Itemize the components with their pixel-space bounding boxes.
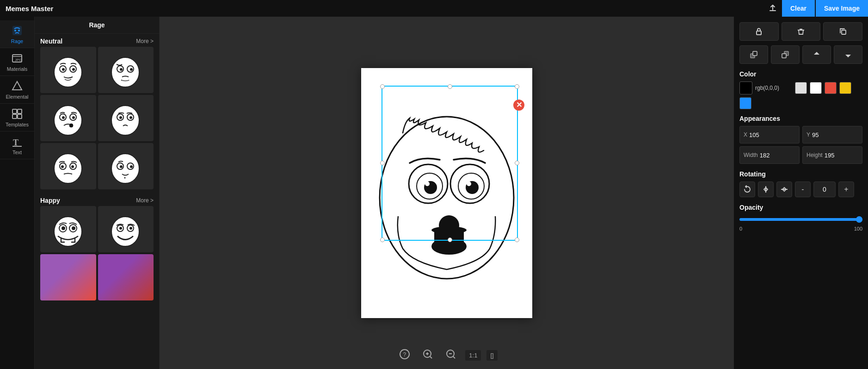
flip-vertical-button[interactable]	[776, 181, 792, 197]
svg-text:?: ?	[403, 351, 406, 358]
svg-point-14	[62, 68, 65, 71]
canvas-area: ✕ ?	[160, 17, 734, 369]
zoom-in-button[interactable]	[419, 347, 437, 363]
y-input[interactable]	[812, 131, 840, 138]
lock-button[interactable]	[739, 22, 779, 41]
sidebar-label-materials: Materials	[7, 66, 28, 72]
main-layout: Rage JPG Materials Elemental	[0, 17, 868, 369]
sticker-happy-4[interactable]	[98, 254, 154, 300]
rp-toolbar-2	[739, 45, 862, 64]
sidebar-item-elemental[interactable]: Elemental	[0, 76, 34, 104]
svg-rect-5	[12, 109, 17, 113]
sticker-neutral-3[interactable]	[40, 95, 96, 141]
swatch-light[interactable]	[810, 82, 822, 94]
sticker-happy-3[interactable]	[40, 254, 96, 300]
svg-rect-77	[842, 30, 846, 34]
svg-point-43	[54, 217, 82, 246]
zoom-level-label: 1:1	[465, 350, 481, 361]
swatch-white[interactable]	[795, 82, 807, 94]
svg-point-66	[439, 215, 459, 236]
happy-sticker-grid	[35, 206, 159, 304]
neutral-more-link[interactable]: More >	[136, 38, 154, 44]
copy-button[interactable]	[823, 22, 862, 41]
x-label: X	[744, 131, 747, 138]
move-up-button[interactable]	[802, 45, 831, 64]
swatch-red[interactable]	[825, 82, 837, 94]
x-field: X	[739, 126, 800, 144]
text-icon: T	[11, 135, 24, 148]
width-input[interactable]	[760, 152, 788, 159]
left-sidebar: Rage JPG Materials Elemental	[0, 17, 35, 369]
move-down-button[interactable]	[834, 45, 862, 64]
svg-point-15	[72, 68, 75, 71]
bring-to-front-button[interactable]	[739, 45, 768, 64]
fit-button[interactable]: []	[486, 350, 497, 361]
svg-rect-76	[757, 31, 761, 35]
sticker-neutral-1[interactable]	[40, 47, 96, 93]
rp-toolbar-1	[739, 22, 862, 41]
top-bar-actions: Clear Save Image	[763, 0, 868, 17]
sticker-happy-2[interactable]	[98, 206, 154, 252]
svg-point-41	[130, 165, 133, 168]
happy-more-link[interactable]: More >	[136, 197, 154, 204]
svg-point-51	[119, 227, 122, 230]
height-field: Height	[802, 146, 862, 164]
color-row: rgb(0,0,0)	[739, 81, 862, 109]
sidebar-label-elemental: Elemental	[6, 94, 29, 100]
svg-point-30	[119, 116, 122, 119]
height-input[interactable]	[825, 152, 852, 159]
svg-point-16	[111, 57, 139, 87]
svg-point-32	[54, 154, 82, 183]
sticker-neutral-5[interactable]	[40, 143, 96, 189]
svg-point-52	[129, 227, 132, 230]
help-button[interactable]: ?	[396, 347, 413, 363]
opacity-min-label: 0	[739, 226, 742, 231]
upload-button[interactable]	[763, 0, 782, 17]
swatch-yellow[interactable]	[839, 82, 851, 94]
sidebar-item-materials[interactable]: JPG Materials	[0, 48, 34, 76]
opacity-range-row: 0 100	[739, 226, 862, 231]
opacity-slider[interactable]	[739, 218, 862, 221]
zoom-out-button[interactable]	[442, 347, 460, 363]
svg-line-72	[430, 356, 432, 358]
svg-rect-8	[18, 114, 22, 119]
x-input[interactable]	[749, 131, 777, 138]
svg-point-36	[71, 165, 74, 168]
sticker-neutral-4[interactable]	[98, 95, 154, 141]
svg-rect-7	[12, 114, 17, 119]
rotate-plus-button[interactable]: +	[838, 181, 854, 197]
width-label: Width	[744, 152, 758, 158]
sidebar-item-text[interactable]: T Text	[0, 131, 34, 159]
canvas-wrapper: ✕	[361, 68, 532, 318]
neutral-title: Neutral	[40, 38, 62, 45]
opacity-section: Opacity 0 100	[739, 204, 862, 231]
sidebar-item-templates[interactable]: Templates	[0, 104, 34, 131]
happy-section-header: Happy More >	[35, 193, 159, 206]
send-to-back-button[interactable]	[771, 45, 800, 64]
rotate-reset-button[interactable]	[739, 181, 755, 197]
appearances-section: Appearances X Y Width Height	[739, 115, 862, 164]
sticker-panel: Rage Neutral More >	[35, 17, 160, 369]
svg-rect-81	[782, 54, 786, 58]
save-button[interactable]: Save Image	[816, 0, 868, 17]
sidebar-item-rage[interactable]: Rage	[0, 20, 34, 48]
svg-point-48	[111, 217, 139, 246]
svg-point-62	[467, 181, 471, 186]
sticker-neutral-6[interactable]	[98, 143, 154, 189]
delete-button[interactable]	[782, 22, 821, 41]
sticker-neutral-2[interactable]	[98, 47, 154, 93]
svg-point-47	[72, 226, 75, 230]
swatch-blue[interactable]	[739, 97, 751, 109]
color-preview[interactable]	[739, 81, 752, 94]
opacity-slider-wrap	[739, 215, 862, 224]
svg-point-31	[129, 116, 132, 119]
color-label: rgb(0,0,0)	[755, 85, 792, 91]
clear-button[interactable]: Clear	[782, 0, 815, 17]
svg-point-1	[14, 30, 16, 31]
svg-point-40	[120, 165, 123, 168]
sticker-happy-1[interactable]	[40, 206, 96, 252]
opacity-section-label: Opacity	[739, 204, 862, 211]
flip-horizontal-button[interactable]	[758, 181, 774, 197]
app-title: Memes Master	[6, 5, 53, 13]
rotate-minus-button[interactable]: -	[795, 181, 811, 197]
